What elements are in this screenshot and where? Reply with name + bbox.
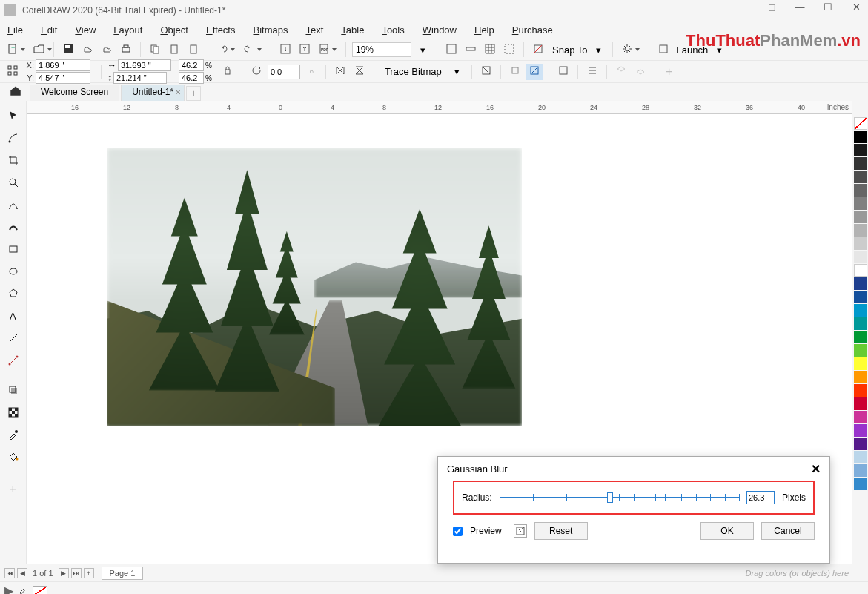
page-first-button[interactable]: ⏮ [4, 568, 15, 578]
publish-pdf-button[interactable]: PDF [316, 42, 332, 58]
rotation-reset-button[interactable]: ○ [303, 64, 319, 80]
palette-swatch[interactable] [854, 411, 867, 423]
add-preset-button[interactable]: + [661, 64, 677, 80]
new-button[interactable]: + [4, 42, 21, 58]
palette-swatch[interactable] [854, 131, 867, 143]
order-front-button[interactable] [613, 64, 629, 80]
palette-swatch[interactable] [854, 371, 867, 383]
palette-swatch[interactable] [854, 264, 867, 277]
palette-swatch[interactable] [854, 251, 867, 263]
menu-window[interactable]: Window [423, 24, 457, 36]
palette-swatch[interactable] [854, 344, 867, 357]
palette-swatch[interactable] [854, 451, 867, 463]
palette-swatch[interactable] [854, 291, 867, 303]
colorbar-arrow[interactable]: ▶ [4, 584, 13, 594]
user-icon[interactable]: ◻ [763, 1, 781, 13]
tab-close-icon[interactable]: ✕ [175, 88, 181, 96]
maximize-button[interactable]: ☐ [819, 1, 837, 13]
palette-swatch[interactable] [854, 464, 867, 477]
menu-table[interactable]: Table [341, 24, 364, 36]
menu-purchase[interactable]: Purchase [512, 24, 553, 36]
page-add-button[interactable]: + [84, 568, 94, 578]
launch-icon[interactable] [655, 42, 672, 58]
close-button[interactable]: ✕ [847, 1, 865, 13]
export-button[interactable] [296, 42, 313, 58]
preview-checkbox[interactable] [453, 527, 463, 536]
palette-swatch[interactable] [854, 144, 867, 156]
menu-tools[interactable]: Tools [382, 24, 404, 36]
menu-object[interactable]: Object [160, 24, 188, 36]
transparency-tool[interactable] [3, 402, 24, 423]
palette-swatch[interactable] [854, 211, 867, 223]
palette-swatch[interactable] [854, 304, 867, 317]
copy-button[interactable] [147, 42, 163, 58]
reset-button[interactable]: Reset [534, 522, 588, 540]
trace-bitmap-button[interactable]: Trace Bitmap [380, 64, 446, 80]
scale-x-input[interactable] [179, 59, 204, 71]
cloud-down-button[interactable] [99, 42, 115, 58]
import-button[interactable] [277, 42, 294, 58]
page-prev-button[interactable]: ◀ [17, 568, 27, 578]
new-tab-button[interactable]: + [186, 86, 201, 101]
fill-swatch[interactable] [33, 586, 47, 595]
line-tool[interactable] [3, 328, 24, 349]
palette-swatch[interactable] [854, 397, 867, 410]
clipboard-button[interactable] [185, 42, 202, 58]
menu-bitmaps[interactable]: Bitmaps [253, 24, 288, 36]
palette-swatch[interactable] [854, 438, 867, 450]
menu-help[interactable]: Help [474, 24, 494, 36]
menu-effects[interactable]: Effects [206, 24, 236, 36]
rotation-input[interactable] [268, 65, 300, 79]
resample-button[interactable] [526, 64, 543, 80]
freehand-tool[interactable] [3, 194, 24, 215]
palette-swatch[interactable] [854, 157, 867, 170]
horizontal-ruler[interactable]: 16 12 8 4 0 4 8 12 16 20 24 28 32 36 40 … [27, 101, 852, 114]
bitmap-image[interactable] [107, 148, 522, 426]
palette-swatch[interactable] [854, 184, 867, 197]
page-tab-1[interactable]: Page 1 [102, 567, 144, 580]
preview-window-icon[interactable] [514, 524, 527, 538]
polygon-tool[interactable] [3, 283, 24, 304]
mirror-h-button[interactable] [332, 64, 348, 80]
cancel-button[interactable]: Cancel [761, 522, 815, 540]
trace-dropdown[interactable]: ▾ [449, 64, 466, 80]
palette-swatch[interactable] [854, 384, 867, 397]
eyedropper-tool[interactable] [3, 424, 24, 445]
slider-thumb[interactable] [607, 492, 613, 503]
welcome-tab[interactable]: Welcome Screen [30, 85, 119, 101]
pick-tool[interactable] [3, 105, 24, 126]
toolbox-expand[interactable]: + [3, 479, 24, 500]
undo-button[interactable] [214, 42, 231, 58]
palette-swatch[interactable] [854, 424, 867, 437]
palette-swatch[interactable] [854, 171, 867, 183]
page-last-button[interactable]: ⏭ [71, 568, 82, 578]
ok-button[interactable]: OK [700, 522, 754, 540]
dimension-tool[interactable] [3, 350, 24, 371]
crop-tool[interactable] [3, 150, 24, 171]
snap-to-label[interactable]: Snap To [552, 44, 587, 56]
order-back-button[interactable] [632, 64, 649, 80]
open-button[interactable] [31, 42, 47, 58]
paste-button[interactable] [166, 42, 182, 58]
radius-slider[interactable] [500, 491, 739, 504]
zoom-level-select[interactable] [352, 42, 411, 57]
mirror-v-button[interactable] [351, 64, 368, 80]
save-button[interactable] [60, 42, 76, 58]
scale-y-input[interactable] [179, 72, 204, 84]
dialog-close-button[interactable]: ✕ [811, 462, 821, 476]
document-tab-active[interactable]: Untitled-1* ✕ [121, 85, 185, 101]
redo-button[interactable] [241, 42, 257, 58]
object-origin-button[interactable] [4, 64, 21, 80]
snap-off-button[interactable] [530, 42, 546, 58]
palette-swatch[interactable] [854, 331, 867, 343]
snap-dropdown[interactable]: ▾ [590, 42, 606, 58]
print-button[interactable] [118, 42, 134, 58]
crop-bitmap-button[interactable] [507, 64, 523, 80]
ellipse-tool[interactable] [3, 261, 24, 282]
width-input[interactable] [118, 59, 171, 71]
radius-input[interactable] [746, 491, 775, 504]
palette-swatch[interactable] [854, 224, 867, 237]
menu-view[interactable]: View [75, 24, 96, 36]
y-input[interactable] [36, 72, 90, 84]
drop-shadow-tool[interactable] [3, 380, 24, 400]
